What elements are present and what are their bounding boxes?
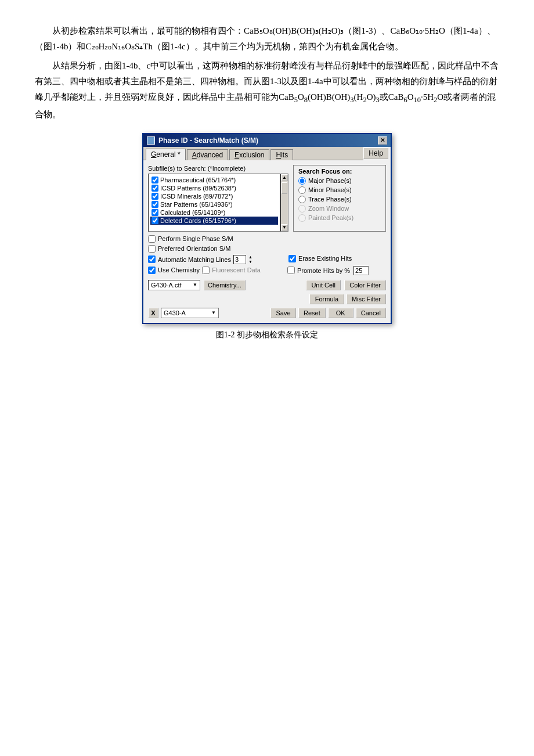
subfiles-scrollbar[interactable]: ▲ ▼ xyxy=(280,174,288,232)
search-focus-panel: Search Focus on: Major Phase(s) Minor Ph… xyxy=(293,165,386,232)
perform-single-checkbox[interactable] xyxy=(148,235,156,243)
subfiles-section: Subfile(s) to Search: (*Incomplete) Phar… xyxy=(148,165,288,232)
ok-button[interactable]: OK xyxy=(328,308,353,318)
erase-existing-label: Erase Existing Hits xyxy=(298,255,352,262)
radio-zoom-window-input xyxy=(298,205,306,213)
subfiles-title: Subfile(s) to Search: (*Incomplete) xyxy=(148,165,288,172)
middle-left: Automatic Matching Lines 3 ▲ ▼ Use Chemi… xyxy=(148,255,283,278)
titlebar-left: Phase ID - Search/Match (S/M) xyxy=(147,136,258,145)
g430-dropdown[interactable]: G430-A ▼ xyxy=(161,308,219,318)
perform-single-row[interactable]: Perform Single Phase S/M xyxy=(148,235,386,243)
dialog-title: Phase ID - Search/Match (S/M) xyxy=(158,136,258,145)
dialog-body: Subfile(s) to Search: (*Incomplete) Phar… xyxy=(143,160,391,323)
radio-zoom-window: Zoom Window xyxy=(298,205,381,213)
preferred-orientation-label: Preferred Orientation S/M xyxy=(158,245,230,252)
promote-hits-value[interactable]: 25 xyxy=(353,266,369,275)
ctf-row: G430-A.ctf ▼ Chemistry... Unit Cell Colo… xyxy=(148,280,386,290)
automatic-matching-checkbox[interactable] xyxy=(148,255,156,263)
erase-existing-row: Erase Existing Hits xyxy=(287,255,386,262)
radio-major-phase-input[interactable] xyxy=(298,177,306,185)
radio-painted-peaks: Painted Peak(s) xyxy=(298,214,381,222)
action-buttons: Save Reset OK Cancel xyxy=(270,308,386,318)
subfile-star-patterns-checkbox[interactable] xyxy=(151,201,158,208)
formula-button[interactable]: Formula xyxy=(309,294,344,304)
formula-misc-row: Formula Misc Filter xyxy=(148,294,386,304)
radio-trace-phase-input[interactable] xyxy=(298,196,306,203)
radio-trace-phase[interactable]: Trace Phase(s) xyxy=(298,196,381,203)
x-button[interactable]: X xyxy=(148,308,158,318)
radio-painted-peaks-input xyxy=(298,214,306,222)
search-focus-title: Search Focus on: xyxy=(298,168,381,175)
help-button[interactable]: Help xyxy=(363,147,388,159)
scroll-up-arrow[interactable]: ▲ xyxy=(281,174,288,181)
subfile-icsd-patterns-checkbox[interactable] xyxy=(151,185,158,192)
ctf-dropdown[interactable]: G430-A.ctf ▼ xyxy=(148,280,200,290)
matching-lines-value[interactable]: 3 xyxy=(233,255,246,264)
g430-dropdown-value: G430-A xyxy=(164,309,186,316)
matching-down-arrow[interactable]: ▼ xyxy=(248,260,252,264)
perform-single-label: Perform Single Phase S/M xyxy=(158,235,233,242)
subfiles-list: Pharmaceutical (65/1764*) ICSD Patterns … xyxy=(148,174,280,232)
bottom-row: X G430-A ▼ Save Reset OK Cancel xyxy=(148,308,386,318)
chemistry-button[interactable]: Chemistry... xyxy=(204,280,246,290)
dialog-titlebar[interactable]: Phase ID - Search/Match (S/M) ✕ xyxy=(143,134,391,147)
middle-section: Automatic Matching Lines 3 ▲ ▼ Use Chemi… xyxy=(148,255,386,278)
radio-minor-phase[interactable]: Minor Phase(s) xyxy=(298,186,381,194)
scroll-thumb[interactable] xyxy=(282,182,287,194)
fluorescent-data-label: Fluorescent Data xyxy=(212,267,261,273)
matching-up-arrow[interactable]: ▲ xyxy=(248,255,252,260)
promote-hits-label: Promote Hits by % xyxy=(297,267,350,274)
save-button[interactable]: Save xyxy=(270,308,296,318)
subfile-calculated-checkbox[interactable] xyxy=(151,209,158,216)
unit-cell-button[interactable]: Unit Cell xyxy=(306,280,341,290)
subfile-icsd-minerals[interactable]: ICSD Minerals (89/7872*) xyxy=(150,192,278,200)
figure-caption: 图1-2 初步物相检索条件设定 xyxy=(35,330,499,340)
automatic-matching-label: Automatic Matching Lines xyxy=(158,256,231,263)
erase-existing-checkbox[interactable] xyxy=(288,255,296,262)
phase-id-dialog: Phase ID - Search/Match (S/M) ✕ General … xyxy=(142,133,392,324)
reset-button[interactable]: Reset xyxy=(298,308,326,318)
subfile-deleted-cards-checkbox[interactable] xyxy=(151,217,158,224)
promote-hits-checkbox[interactable] xyxy=(287,267,295,274)
chemistry-row: Use Chemistry Fluorescent Data xyxy=(148,267,283,274)
tab-hits[interactable]: Hits xyxy=(270,149,293,160)
subfile-pharmaceutical[interactable]: Pharmaceutical (65/1764*) xyxy=(150,176,278,184)
paragraph-2: 从结果分析，由图1-4b、c中可以看出，这两种物相的标准衍射峰没有与样品衍射峰中… xyxy=(35,58,499,123)
tab-general[interactable]: General * xyxy=(146,149,186,160)
subfile-calculated[interactable]: Calculated (65/14109*) xyxy=(150,208,278,217)
dialog-wrapper: Phase ID - Search/Match (S/M) ✕ General … xyxy=(35,133,499,324)
tab-advanced[interactable]: Advanced xyxy=(187,149,228,160)
subfile-icsd-patterns[interactable]: ICSD Patterns (89/52638*) xyxy=(150,184,278,192)
tabs-row: General * Advanced Exclusion Hits Help xyxy=(143,147,391,160)
tab-exclusion[interactable]: Exclusion xyxy=(229,149,269,160)
paragraph-1: 从初步检索结果可以看出，最可能的物相有四个：CaB₅O₈(OH)B(OH)₃(H… xyxy=(35,23,499,55)
promote-hits-row: Promote Hits by % 25 xyxy=(287,266,386,275)
close-button[interactable]: ✕ xyxy=(378,136,387,145)
ctf-dropdown-value: G430-A.ctf xyxy=(151,282,182,289)
dialog-tabs: General * Advanced Exclusion Hits xyxy=(143,147,363,160)
automatic-matching-row: Automatic Matching Lines 3 ▲ ▼ xyxy=(148,255,283,264)
page-content: 从初步检索结果可以看出，最可能的物相有四个：CaB₅O₈(OH)B(OH)₃(H… xyxy=(35,23,499,340)
color-filter-button[interactable]: Color Filter xyxy=(344,280,386,290)
preferred-orientation-row[interactable]: Preferred Orientation S/M xyxy=(148,245,386,253)
subfile-deleted-cards[interactable]: Deleted Cards (65/15796*) xyxy=(150,217,278,225)
dialog-icon xyxy=(147,136,155,145)
middle-right: Erase Existing Hits Promote Hits by % 25 xyxy=(287,255,386,278)
fluorescent-data-checkbox[interactable] xyxy=(202,267,210,274)
radio-minor-phase-input[interactable] xyxy=(298,186,306,194)
ctf-dropdown-arrow[interactable]: ▼ xyxy=(193,282,197,287)
scroll-down-arrow[interactable]: ▼ xyxy=(281,224,288,231)
g430-dropdown-arrow[interactable]: ▼ xyxy=(211,310,216,315)
matching-spinner[interactable]: ▲ ▼ xyxy=(248,255,252,264)
subfiles-list-wrapper: Pharmaceutical (65/1764*) ICSD Patterns … xyxy=(148,174,288,232)
subfile-icsd-minerals-checkbox[interactable] xyxy=(151,193,158,200)
use-chemistry-label: Use Chemistry xyxy=(158,267,200,273)
misc-filter-button[interactable]: Misc Filter xyxy=(347,294,386,304)
preferred-orientation-checkbox[interactable] xyxy=(148,245,156,253)
subfile-pharmaceutical-checkbox[interactable] xyxy=(151,177,158,183)
radio-major-phase[interactable]: Major Phase(s) xyxy=(298,177,381,185)
subfile-star-patterns[interactable]: Star Patterns (65/14936*) xyxy=(150,200,278,208)
cancel-button[interactable]: Cancel xyxy=(356,308,386,318)
use-chemistry-checkbox[interactable] xyxy=(148,267,156,274)
